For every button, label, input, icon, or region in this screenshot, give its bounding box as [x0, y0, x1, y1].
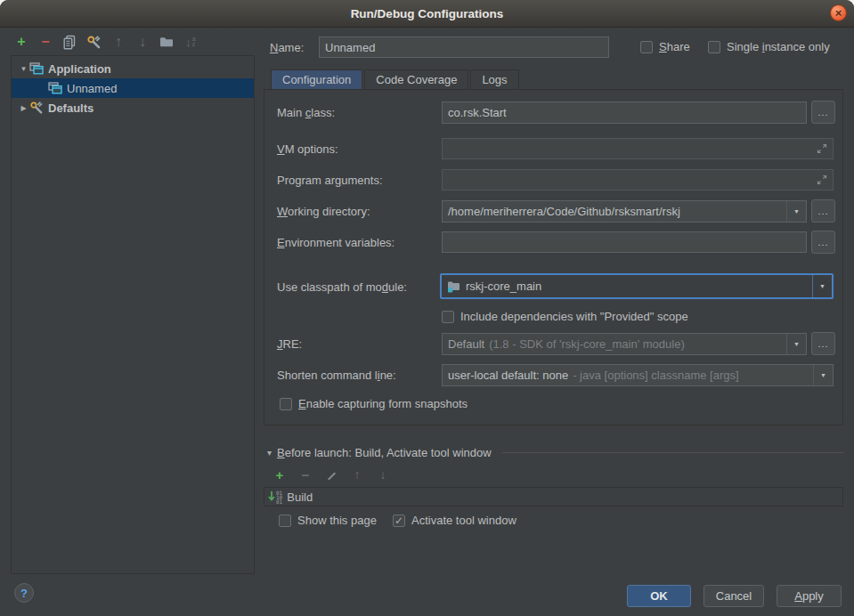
- chevron-collapsed-icon[interactable]: ▶: [18, 104, 29, 112]
- edit-defaults-button[interactable]: [86, 34, 102, 50]
- expand-field-icon[interactable]: [817, 143, 827, 154]
- main-class-label: Main class:: [277, 106, 335, 119]
- add-task-button[interactable]: +: [272, 466, 287, 482]
- tree-item-label: Defaults: [48, 101, 94, 115]
- before-launch-toolbar: + − ↑ ↓: [272, 466, 390, 482]
- program-arguments-label: Program arguments:: [277, 174, 383, 187]
- tab-logs[interactable]: Logs: [470, 69, 518, 89]
- include-provided-checkbox[interactable]: [442, 311, 454, 323]
- before-launch-task-list: 01 10 01 Build: [264, 487, 843, 507]
- working-directory-browse-button[interactable]: ...: [811, 199, 835, 223]
- jre-browse-button[interactable]: ...: [811, 332, 835, 355]
- before-launch-title: Before launch: Build, Activate tool wind…: [277, 446, 492, 459]
- move-down-button[interactable]: ↓: [135, 34, 150, 50]
- environment-variables-browse-button[interactable]: ...: [811, 231, 835, 254]
- copy-icon: [62, 35, 77, 50]
- configurations-tree: ▼ Application Unnamed: [11, 55, 255, 574]
- activate-tool-window-label: Activate tool window: [411, 514, 516, 527]
- include-provided-label: Include dependencies with "Provided" sco…: [460, 310, 688, 323]
- build-icon: [268, 490, 275, 503]
- task-row-build[interactable]: 01 10 01 Build: [264, 488, 842, 506]
- close-button[interactable]: ×: [830, 4, 847, 21]
- move-task-up-button[interactable]: ↑: [350, 466, 364, 482]
- shorten-command-line-label: Shorten command line:: [277, 369, 396, 382]
- form-snapshots-label: Enable capturing form snapshots: [298, 397, 468, 410]
- name-input[interactable]: Unnamed: [319, 36, 609, 58]
- close-icon: ×: [835, 7, 842, 19]
- main-class-input[interactable]: co.rsk.Start: [442, 101, 807, 124]
- module-icon: [447, 280, 460, 293]
- before-launch-header: ▾ Before launch: Build, Activate tool wi…: [267, 446, 843, 459]
- working-directory-combobox[interactable]: /home/meriherrera/Code/Github/rsksmart/r…: [442, 200, 807, 223]
- settings-tabs: Configuration Code Coverage Logs: [271, 69, 521, 89]
- vm-options-input[interactable]: [442, 138, 834, 159]
- window-title: Run/Debug Configurations: [351, 7, 504, 20]
- cancel-button[interactable]: Cancel: [704, 585, 764, 607]
- expand-field-icon[interactable]: [817, 174, 827, 185]
- folder-icon: [159, 36, 174, 48]
- run-debug-configurations-dialog: Run/Debug Configurations × + − ↑ ↓: [0, 0, 854, 616]
- sort-alphabetically-button[interactable]: ↓ a z: [183, 34, 198, 50]
- apply-button[interactable]: Apply: [777, 585, 842, 607]
- configuration-panel: Main class: co.rsk.Start ... VM options:…: [264, 89, 843, 426]
- application-icon: [29, 62, 44, 75]
- ok-button[interactable]: OK: [627, 585, 691, 607]
- jre-label: JRE:: [277, 337, 302, 351]
- dropdown-arrow-icon[interactable]: ▼: [786, 201, 806, 222]
- move-task-down-button[interactable]: ↓: [376, 466, 390, 482]
- environment-variables-label: Environment variables:: [277, 236, 394, 249]
- use-classpath-combobox[interactable]: rskj-core_main ▼: [440, 273, 834, 299]
- form-snapshots-checkbox[interactable]: [280, 398, 292, 410]
- single-instance-label: Single instance only: [727, 40, 830, 53]
- remove-configuration-button[interactable]: −: [38, 34, 53, 50]
- pencil-icon: [326, 469, 338, 481]
- chevron-expanded-icon[interactable]: ▼: [18, 65, 29, 73]
- task-label: Build: [287, 490, 313, 504]
- show-this-page-checkbox[interactable]: [279, 515, 291, 527]
- wrench-icon: [29, 101, 44, 115]
- checkmark-icon: ✓: [394, 515, 403, 526]
- jre-combobox[interactable]: Default (1.8 - SDK of 'rskj-core_main' m…: [442, 333, 807, 355]
- configurations-toolbar: + − ↑ ↓ ↓ a z: [14, 33, 198, 51]
- single-instance-checkbox[interactable]: [708, 41, 720, 53]
- add-configuration-button[interactable]: +: [14, 34, 28, 50]
- question-icon: ?: [20, 587, 28, 600]
- use-classpath-label: Use classpath of module:: [277, 280, 407, 294]
- environment-variables-input[interactable]: [442, 231, 807, 253]
- show-this-page-label: Show this page: [297, 514, 377, 527]
- separator-line: [502, 452, 843, 453]
- dropdown-arrow-icon[interactable]: ▼: [786, 334, 806, 354]
- edit-task-button[interactable]: [324, 466, 338, 482]
- remove-task-button[interactable]: −: [298, 466, 313, 482]
- move-up-button[interactable]: ↑: [111, 34, 126, 50]
- collapse-arrow-icon[interactable]: ▾: [267, 448, 272, 458]
- dropdown-arrow-icon[interactable]: ▼: [812, 275, 832, 297]
- main-class-browse-button[interactable]: ...: [811, 101, 835, 124]
- name-label: Name:: [270, 41, 304, 54]
- tree-item-label: Application: [48, 62, 111, 76]
- tree-item-defaults[interactable]: ▶ Defaults: [12, 98, 254, 118]
- tree-item-unnamed[interactable]: Unnamed: [12, 78, 254, 98]
- dropdown-arrow-icon[interactable]: ▼: [813, 365, 833, 385]
- tree-item-label: Unnamed: [67, 82, 117, 95]
- tab-code-coverage[interactable]: Code Coverage: [364, 69, 468, 89]
- tab-configuration[interactable]: Configuration: [271, 69, 362, 89]
- titlebar: Run/Debug Configurations ×: [0, 0, 854, 28]
- new-folder-button[interactable]: [159, 34, 174, 50]
- activate-tool-window-checkbox[interactable]: ✓: [393, 515, 405, 527]
- vm-options-label: VM options:: [277, 142, 338, 156]
- tree-item-application[interactable]: ▼ Application: [12, 59, 254, 78]
- copy-configuration-button[interactable]: [62, 34, 77, 50]
- share-checkbox[interactable]: [640, 41, 653, 53]
- share-label: Share: [659, 40, 690, 53]
- shorten-command-line-combobox[interactable]: user-local default: none - java [options…: [442, 364, 834, 386]
- program-arguments-input[interactable]: [442, 169, 834, 190]
- working-directory-label: Working directory:: [277, 205, 370, 218]
- application-icon: [48, 82, 62, 94]
- help-button[interactable]: ?: [14, 583, 34, 603]
- wrench-icon: [86, 35, 102, 50]
- sort-arrow-icon: ↓: [185, 36, 191, 48]
